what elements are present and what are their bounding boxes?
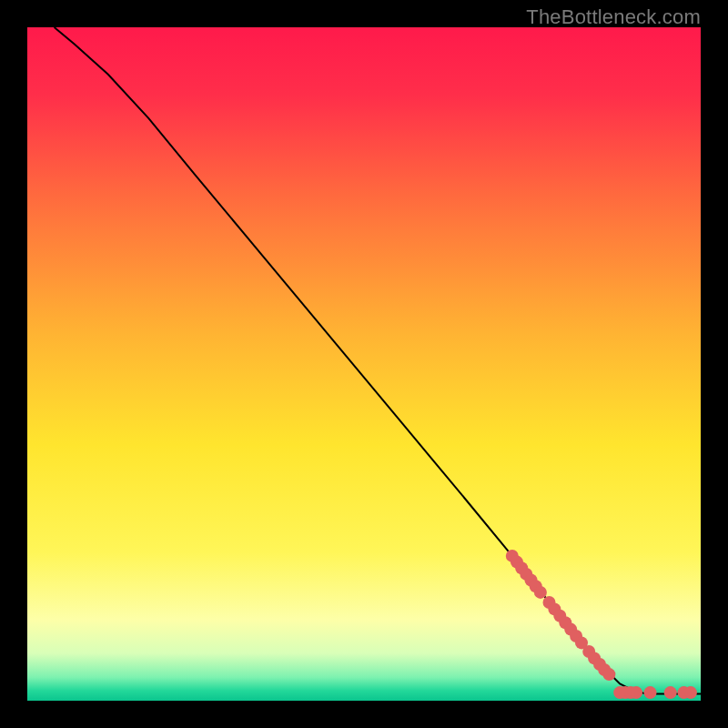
data-marker bbox=[534, 586, 547, 599]
watermark-text: TheBottleneck.com bbox=[526, 5, 701, 29]
data-marker bbox=[644, 686, 657, 699]
plot-area bbox=[27, 27, 701, 701]
gradient-background bbox=[27, 27, 701, 701]
chart-svg bbox=[27, 27, 701, 701]
chart-frame: TheBottleneck.com bbox=[0, 0, 728, 728]
data-marker bbox=[630, 686, 642, 699]
data-marker bbox=[684, 686, 697, 699]
data-marker bbox=[602, 668, 615, 681]
data-marker bbox=[664, 686, 677, 699]
